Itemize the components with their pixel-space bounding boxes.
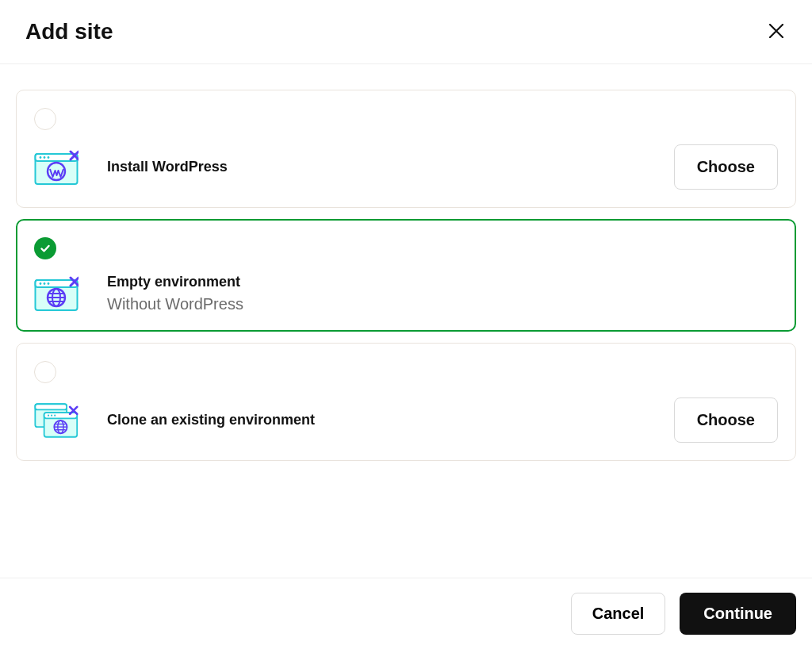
wordpress-browser-icon [34,148,79,186]
option-subtitle: Without WordPress [107,295,243,313]
svg-point-22 [54,414,56,416]
option-title: Clone an existing environment [107,412,315,428]
close-button[interactable] [766,19,787,44]
close-icon [769,24,783,38]
option-body: Empty environment Without WordPress [34,274,778,313]
options-list: Install WordPress Choose [0,64,812,461]
option-body: Install WordPress Choose [34,144,778,190]
cancel-button[interactable]: Cancel [571,593,666,635]
svg-point-10 [48,282,50,285]
checkmark-icon [40,243,51,254]
svg-rect-17 [35,404,67,409]
option-texts: Clone an existing environment [107,412,315,428]
radio-row [34,108,778,130]
radio-checked[interactable] [34,237,56,259]
choose-button[interactable]: Choose [674,144,778,190]
page-title: Add site [25,19,113,44]
radio-row [34,237,778,259]
radio-unchecked[interactable] [34,361,56,383]
option-clone-environment[interactable]: Clone an existing environment Choose [16,343,796,461]
svg-point-3 [44,156,46,159]
continue-button[interactable]: Continue [680,593,796,635]
modal-footer: Cancel Continue [0,578,812,649]
option-texts: Install WordPress [107,159,228,175]
clone-browser-icon [34,401,79,440]
option-install-wordpress[interactable]: Install WordPress Choose [16,90,796,208]
svg-point-9 [44,282,46,285]
modal-header: Add site [0,0,812,64]
option-title: Install WordPress [107,159,228,175]
option-left: Clone an existing environment [34,401,315,440]
radio-unchecked[interactable] [34,108,56,130]
option-left: Install WordPress [34,148,228,186]
radio-row [34,361,778,383]
svg-point-4 [48,156,50,159]
svg-point-21 [51,414,52,416]
option-texts: Empty environment Without WordPress [107,274,243,313]
option-empty-environment[interactable]: Empty environment Without WordPress [16,219,796,332]
globe-browser-icon [34,275,79,313]
choose-button[interactable]: Choose [674,397,778,443]
svg-point-20 [48,414,49,416]
option-body: Clone an existing environment Choose [34,397,778,443]
option-title: Empty environment [107,274,243,290]
option-left: Empty environment Without WordPress [34,274,243,313]
svg-point-8 [40,282,42,285]
svg-point-2 [40,156,42,159]
